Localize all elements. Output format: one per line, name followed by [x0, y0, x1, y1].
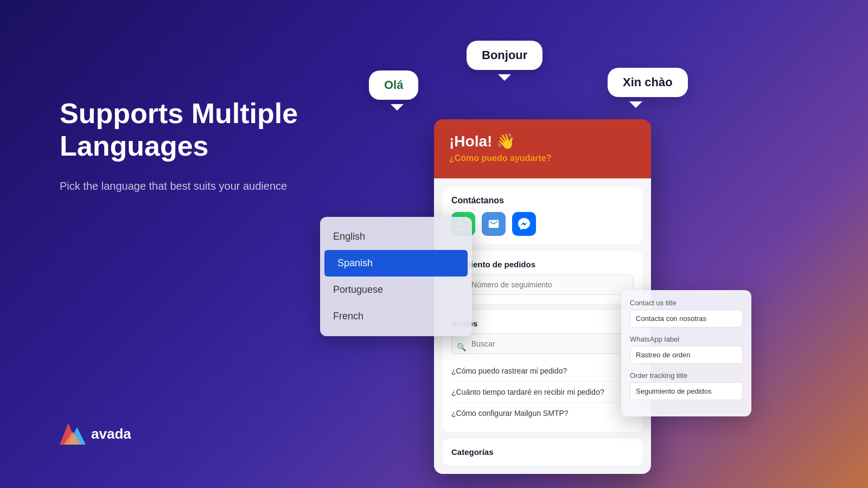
article-item-1[interactable]: ¿Cómo puedo rastrear mi pedido? › [451, 361, 634, 382]
chat-subgreeting: ¿Cómo puedo ayudarte? [449, 153, 636, 163]
logo-text: avada [91, 426, 131, 442]
lang-item-portuguese[interactable]: Portuguese [320, 277, 472, 303]
chat-header: ¡Hola! 👋 ¿Cómo puedo ayudarte? [434, 119, 651, 178]
article-item-3[interactable]: ¿Cómo configurar Mailgun SMTP? › [451, 403, 634, 423]
bubble-xinchao: Xin chào [608, 68, 688, 97]
setting-contact-title: Contact us title Contacta con nosotras [630, 299, 743, 328]
article-item-2[interactable]: ¿Cuánto tiempo tardaré en recibir mi ped… [451, 382, 634, 403]
bubble-ola: Olá [369, 70, 418, 100]
main-title: Supports Multiple Languages [60, 98, 320, 163]
lang-item-french[interactable]: French [320, 303, 472, 330]
setting-whatsapp-label: WhatsApp label Rastreo de orden [630, 335, 743, 364]
contact-section-title: Contáctanos [451, 196, 634, 206]
messenger-button[interactable] [512, 212, 536, 236]
setting-value-whatsapp[interactable]: Rastreo de orden [630, 346, 743, 364]
setting-value-order-tracking[interactable]: Seguimiento de pedidos [630, 382, 743, 400]
subtitle: Pick the language that best suits your a… [60, 178, 288, 194]
tracking-section: guimiento de pedidos 🔍 [443, 251, 642, 304]
lang-item-english[interactable]: English [320, 223, 472, 250]
settings-panel: Contact us title Contacta con nosotras W… [621, 290, 751, 416]
chat-greeting: ¡Hola! 👋 [449, 132, 636, 150]
articles-search-icon: 🔍 [457, 343, 466, 351]
setting-label-whatsapp: WhatsApp label [630, 335, 743, 343]
setting-order-tracking: Order tracking title Seguimiento de pedi… [630, 371, 743, 400]
articles-section: tículos 🔍 ¿Cómo puedo rastrear mi pedido… [443, 310, 642, 432]
articles-title: tículos [451, 319, 634, 328]
articles-search-wrapper: 🔍 [451, 333, 634, 361]
contact-section: Contáctanos [443, 187, 642, 245]
lang-item-spanish[interactable]: Spanish [324, 250, 468, 277]
tracking-input-wrapper: 🔍 [451, 274, 634, 295]
logo: avada [60, 423, 131, 445]
left-content: Supports Multiple Languages Pick the lan… [60, 98, 320, 194]
avada-logo-icon [60, 423, 86, 445]
bubble-bonjour: Bonjour [467, 41, 542, 70]
setting-label-order-tracking: Order tracking title [630, 371, 743, 380]
setting-value-contact[interactable]: Contacta con nosotras [630, 310, 743, 328]
tracking-input[interactable] [451, 274, 634, 295]
categories-section: Categorías [443, 439, 642, 465]
email-button[interactable] [482, 212, 506, 236]
setting-label-contact: Contact us title [630, 299, 743, 307]
tracking-title: guimiento de pedidos [451, 260, 634, 269]
articles-search-input[interactable] [451, 333, 634, 354]
contact-icons [451, 212, 634, 236]
language-dropdown: English Spanish Portuguese French [320, 217, 472, 336]
categories-title: Categorías [451, 447, 634, 457]
